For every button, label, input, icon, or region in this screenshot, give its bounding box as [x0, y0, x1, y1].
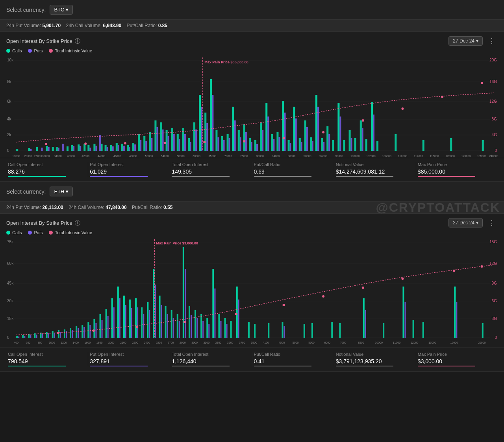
svg-rect-111 — [293, 107, 295, 151]
svg-rect-32 — [78, 144, 80, 151]
svg-text:86000: 86000 — [288, 155, 296, 157]
svg-text:70000: 70000 — [224, 155, 232, 157]
svg-rect-29 — [67, 146, 69, 151]
eth-bars-right — [177, 247, 484, 338]
btc-bars-mid — [138, 120, 186, 151]
svg-rect-112 — [295, 118, 297, 151]
eth-more-btn[interactable]: ⋮ — [486, 218, 498, 228]
eth-bars-mid-left — [82, 287, 126, 338]
svg-rect-295 — [404, 302, 406, 338]
svg-rect-207 — [22, 335, 24, 338]
btc-chart-title: Open Interest By Strike Price i — [6, 38, 80, 44]
svg-rect-67 — [177, 134, 179, 151]
svg-rect-80 — [206, 123, 208, 151]
btc-more-btn[interactable]: ⋮ — [486, 36, 498, 46]
svg-rect-36 — [89, 148, 91, 151]
btc-section: Select currency: BTC ▾ 24h Put Volume: 5… — [0, 0, 504, 182]
svg-text:20000: 20000 — [478, 341, 486, 344]
svg-rect-248 — [143, 314, 144, 338]
svg-point-150 — [164, 142, 166, 144]
svg-rect-136 — [373, 115, 374, 151]
btc-chart-svg: 10k 8k 6k 4k 2k 0 20G 16G 12G 8G 4G 0 — [6, 55, 498, 158]
svg-text:65000: 65000 — [209, 155, 217, 157]
svg-text:54000: 54000 — [161, 155, 169, 157]
svg-text:10k: 10k — [7, 58, 14, 62]
svg-text:8k: 8k — [7, 80, 12, 84]
svg-rect-34 — [83, 144, 85, 151]
svg-rect-139 — [422, 140, 424, 151]
svg-rect-242 — [125, 305, 126, 338]
svg-rect-244 — [131, 308, 132, 338]
svg-text:15k: 15k — [7, 316, 14, 321]
svg-rect-291 — [363, 298, 365, 338]
svg-text:116000: 116000 — [430, 155, 439, 157]
svg-rect-113 — [299, 138, 301, 151]
svg-rect-134 — [365, 139, 367, 151]
svg-text:100000: 100000 — [350, 155, 360, 157]
svg-rect-275 — [218, 314, 220, 338]
svg-rect-218 — [54, 333, 55, 338]
eth-currency-btn[interactable]: ETH ▾ — [50, 187, 73, 196]
svg-rect-293 — [383, 323, 384, 338]
svg-rect-239 — [117, 287, 119, 338]
svg-rect-106 — [278, 137, 280, 151]
svg-rect-276 — [220, 321, 221, 338]
svg-rect-118 — [312, 141, 313, 151]
eth-chart-header: Open Interest By Strike Price i 27 Dec 2… — [0, 214, 504, 228]
svg-rect-263 — [183, 247, 184, 338]
svg-point-309 — [136, 326, 138, 328]
svg-text:2000: 2000 — [108, 341, 115, 344]
btc-legend-intrinsic: Total Intrinsic Value — [49, 48, 92, 53]
svg-rect-86 — [223, 140, 225, 151]
svg-rect-131 — [354, 138, 356, 151]
svg-text:16G: 16G — [489, 80, 497, 84]
svg-point-147 — [282, 137, 285, 139]
svg-rect-129 — [349, 130, 351, 151]
svg-rect-84 — [217, 137, 219, 151]
svg-rect-105 — [276, 132, 278, 151]
svg-point-151 — [124, 142, 126, 144]
svg-rect-119 — [315, 95, 317, 151]
svg-rect-104 — [273, 139, 274, 151]
btc-info-icon[interactable]: i — [75, 38, 80, 44]
svg-rect-284 — [268, 323, 269, 338]
eth-info-icon[interactable]: i — [75, 220, 80, 226]
svg-rect-300 — [482, 323, 484, 338]
eth-bars-peak: Max Pain Price $3,000.00 — [129, 239, 198, 338]
watermark: @CRYPTOATTACK — [376, 200, 500, 215]
svg-rect-20 — [30, 149, 32, 151]
svg-rect-97 — [254, 140, 256, 151]
svg-rect-68 — [179, 139, 180, 151]
svg-text:400: 400 — [14, 341, 19, 344]
svg-text:8G: 8G — [492, 117, 497, 121]
svg-rect-273 — [212, 269, 214, 338]
svg-rect-89 — [232, 107, 234, 151]
svg-rect-231 — [93, 319, 95, 338]
svg-rect-49 — [127, 145, 129, 151]
svg-rect-115 — [304, 120, 306, 151]
svg-text:3700: 3700 — [239, 341, 245, 344]
svg-rect-85 — [221, 136, 223, 151]
eth-date-btn[interactable]: 27 Dec 24 ▾ — [448, 218, 483, 227]
eth-legend-puts: Puts — [28, 230, 43, 235]
svg-rect-215 — [46, 332, 48, 338]
svg-text:1800: 1800 — [96, 341, 103, 344]
svg-rect-137 — [376, 141, 378, 151]
svg-rect-23 — [46, 146, 48, 151]
eth-stat-call-oi: Call Open Interest 798,549 — [6, 352, 88, 366]
svg-rect-214 — [42, 334, 43, 338]
svg-rect-95 — [249, 138, 251, 151]
svg-rect-54 — [140, 140, 141, 151]
svg-rect-297 — [422, 322, 424, 338]
btc-date-btn[interactable]: 27 Dec 24 ▾ — [448, 36, 483, 46]
svg-rect-83 — [215, 130, 217, 151]
svg-point-142 — [481, 82, 483, 84]
svg-rect-75 — [199, 95, 201, 151]
svg-text:12G: 12G — [489, 99, 497, 104]
btc-currency-btn[interactable]: BTC ▾ — [50, 5, 73, 15]
svg-point-144 — [401, 107, 404, 110]
svg-point-306 — [282, 304, 285, 306]
svg-rect-60 — [156, 127, 158, 151]
svg-rect-24 — [48, 147, 50, 151]
svg-rect-52 — [134, 144, 136, 151]
